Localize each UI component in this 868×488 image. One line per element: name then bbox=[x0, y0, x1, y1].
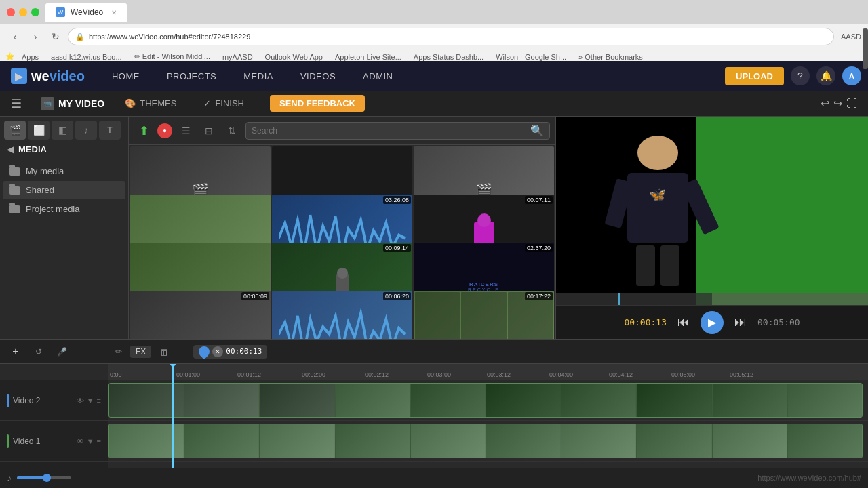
upload-button[interactable]: UPLOAD bbox=[725, 67, 784, 85]
tab-close-btn[interactable]: ✕ bbox=[111, 9, 117, 16]
thumb-item11[interactable]: 00:06:20 bbox=[272, 291, 412, 339]
themes-label: THEMES bbox=[140, 98, 176, 108]
feedback-button[interactable]: SEND FEEDBACK bbox=[270, 95, 365, 112]
themes-icon: 🎨 bbox=[125, 98, 136, 108]
search-input[interactable] bbox=[252, 126, 528, 136]
notifications-icon[interactable]: 🔔 bbox=[816, 66, 835, 85]
track-visible-btn-v1[interactable]: 👁 bbox=[77, 437, 84, 445]
v1-frame-10 bbox=[788, 424, 862, 458]
nav-admin[interactable]: ADMIN bbox=[349, 61, 406, 91]
track-chevron-v1[interactable]: ▼ bbox=[87, 437, 94, 445]
edit-pencil-btn[interactable]: ✏ bbox=[110, 346, 127, 358]
mark-2: 00:01:12 bbox=[237, 371, 261, 378]
mic-btn[interactable]: 🎤 bbox=[53, 343, 71, 361]
upload-media-btn[interactable]: ⬆ bbox=[134, 121, 153, 140]
user-avatar[interactable]: A bbox=[842, 66, 861, 85]
track-label-video1-text: Video 1 bbox=[13, 436, 40, 446]
track-label-video2: Video 2 👁 ▼ ≡ bbox=[0, 380, 108, 421]
media-grid-toolbar: ⬆ ● ☰ ⊟ ⇅ 🔍 bbox=[129, 117, 555, 145]
record-btn[interactable]: ● bbox=[157, 123, 172, 138]
redo-icon[interactable]: ↪ bbox=[833, 97, 842, 110]
tab-audio-icon[interactable]: ♪ bbox=[75, 121, 97, 140]
mark-1: 00:01:00 bbox=[176, 371, 200, 378]
tab-video-icon[interactable]: 🎬 bbox=[4, 121, 26, 140]
track-visible-btn-v2[interactable]: 👁 bbox=[77, 396, 84, 405]
media-grid-panel: ⬆ ● ☰ ⊟ ⇅ 🔍 🎬 reco bbox=[129, 117, 556, 339]
nav-home[interactable]: HOME bbox=[98, 61, 153, 91]
timeline-toolbar: + ↺ 🎤 ✏ FX 🗑 ✕ 00:00:13 bbox=[0, 340, 868, 364]
thumb-item10[interactable]: 00:05:09 bbox=[130, 291, 271, 339]
tree-my-media[interactable]: My media bbox=[3, 162, 125, 180]
track-label-video2-text: Video 2 bbox=[13, 396, 40, 405]
close-marker-btn[interactable]: ✕ bbox=[212, 346, 223, 357]
forward-btn[interactable]: › bbox=[27, 28, 43, 45]
playhead[interactable] bbox=[172, 364, 174, 468]
thumb-item12[interactable]: 00:17:22 bbox=[414, 291, 554, 339]
help-icon[interactable]: ? bbox=[791, 66, 810, 85]
fx-btn[interactable]: FX bbox=[130, 346, 151, 358]
user-label: AASD bbox=[841, 33, 861, 41]
preview-panel: 🦋 bbox=[556, 117, 868, 339]
preview-filmstrip-bar bbox=[556, 293, 868, 305]
timeline-content: Video 2 👁 ▼ ≡ Video 1 👁 ▼ ≡ bbox=[0, 364, 868, 468]
mark-0: 0:00 bbox=[110, 371, 122, 378]
tab-text-icon[interactable]: T bbox=[99, 121, 121, 140]
clip-frame-7 bbox=[561, 384, 636, 417]
media-header-label: MEDIA bbox=[18, 144, 47, 155]
thumb-duration-7: 00:09:14 bbox=[383, 244, 411, 252]
video-display: 🦋 bbox=[556, 117, 868, 305]
tree-shared[interactable]: Shared bbox=[3, 181, 125, 199]
v1-frame-2 bbox=[184, 424, 259, 458]
preview-video: 🦋 bbox=[556, 117, 868, 305]
refresh-btn[interactable]: ↻ bbox=[47, 28, 64, 45]
minimize-window-btn[interactable] bbox=[19, 8, 27, 16]
video1-clip[interactable] bbox=[108, 424, 863, 458]
browser-tab[interactable]: W WeVideo ✕ bbox=[45, 3, 127, 22]
mark-4: 00:02:12 bbox=[365, 371, 389, 378]
nav-media[interactable]: MEDIA bbox=[230, 61, 287, 91]
delete-btn[interactable]: 🗑 bbox=[154, 345, 174, 359]
add-track-btn[interactable]: + bbox=[7, 343, 24, 361]
tab-favicon: W bbox=[56, 7, 65, 17]
sort-btn[interactable]: ⇅ bbox=[222, 121, 241, 140]
track-row-audio1 bbox=[108, 462, 868, 468]
track-actions-video2: 👁 ▼ ≡ bbox=[77, 396, 101, 405]
track-label-audio1: Audio 1 ▼ ≡ bbox=[0, 462, 108, 468]
clip-frame-10 bbox=[788, 384, 862, 417]
volume-thumb[interactable] bbox=[43, 474, 51, 482]
loop-btn[interactable]: ↺ bbox=[30, 343, 47, 361]
project-title: MY VIDEO bbox=[58, 98, 104, 109]
track-chevron-v2[interactable]: ▼ bbox=[87, 396, 94, 405]
volume-slider[interactable] bbox=[17, 476, 71, 479]
video2-clip[interactable] bbox=[108, 383, 863, 418]
search-box[interactable]: 🔍 bbox=[245, 122, 550, 140]
back-btn[interactable]: ‹ bbox=[7, 28, 23, 45]
v1-frame-8 bbox=[637, 424, 711, 458]
back-arrow-icon[interactable]: ◀ bbox=[7, 144, 14, 155]
close-window-btn[interactable] bbox=[7, 8, 15, 16]
track-menu-v2[interactable]: ≡ bbox=[97, 396, 101, 405]
thumb-duration-8: 02:37:20 bbox=[525, 244, 553, 252]
skip-back-btn[interactable]: ⏮ bbox=[677, 315, 690, 329]
track-menu-v1[interactable]: ≡ bbox=[97, 437, 101, 445]
finish-btn[interactable]: ✓ FINISH bbox=[197, 96, 251, 111]
themes-btn[interactable]: 🎨 THEMES bbox=[118, 96, 183, 111]
skip-forward-btn[interactable]: ⏭ bbox=[734, 315, 747, 329]
clip-time-marker: ✕ 00:00:13 bbox=[193, 345, 267, 359]
nav-projects[interactable]: PROJECTS bbox=[153, 61, 230, 91]
nav-videos[interactable]: VIDEOS bbox=[287, 61, 349, 91]
play-btn[interactable]: ▶ bbox=[701, 311, 724, 334]
list-view-btn[interactable]: ☰ bbox=[176, 121, 195, 140]
filter-btn[interactable]: ⊟ bbox=[199, 121, 218, 140]
clip-frame-5 bbox=[411, 384, 486, 417]
undo-icon[interactable]: ↩ bbox=[821, 97, 829, 110]
clip-frame-3 bbox=[260, 384, 334, 417]
maximize-window-btn[interactable] bbox=[31, 8, 39, 16]
tab-transition-icon[interactable]: ◧ bbox=[52, 121, 73, 140]
tab-sequence-icon[interactable]: ⬜ bbox=[28, 121, 50, 140]
tree-shared-label: Shared bbox=[26, 185, 54, 195]
fullscreen-icon[interactable]: ⛶ bbox=[846, 98, 857, 110]
tree-project-media[interactable]: Project media bbox=[3, 200, 125, 218]
address-bar[interactable]: 🔒 https://www.weVideo.com/hub#editor/724… bbox=[68, 28, 834, 45]
hamburger-menu[interactable]: ☰ bbox=[11, 96, 22, 111]
